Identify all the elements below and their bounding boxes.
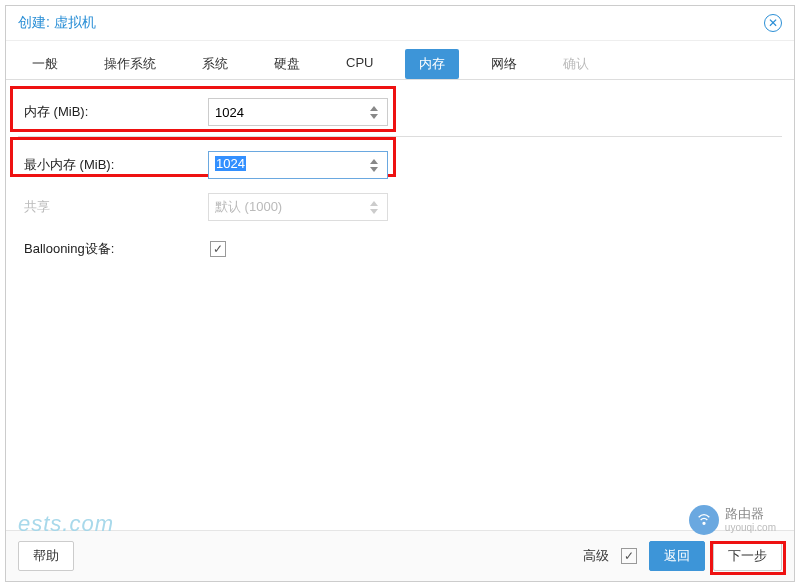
label-ballooning: Ballooning设备: <box>18 240 208 258</box>
advanced-checkbox[interactable] <box>621 548 637 564</box>
router-icon <box>689 505 719 535</box>
tab-cpu[interactable]: CPU <box>332 49 387 79</box>
svg-point-0 <box>703 522 705 524</box>
label-memory: 内存 (MiB): <box>18 103 208 121</box>
shares-input <box>208 193 388 221</box>
label-shares: 共享 <box>18 198 208 216</box>
memory-input[interactable] <box>208 98 388 126</box>
min-memory-stepper[interactable] <box>370 153 384 177</box>
dialog-footer: 帮助 高级 返回 下一步 <box>6 530 794 581</box>
tab-confirm: 确认 <box>549 49 603 79</box>
help-button[interactable]: 帮助 <box>18 541 74 571</box>
chevron-up-icon[interactable] <box>370 159 378 164</box>
tab-general[interactable]: 一般 <box>18 49 72 79</box>
row-ballooning: Ballooning设备: <box>18 231 782 267</box>
row-memory: 内存 (MiB): <box>18 94 782 130</box>
watermark-sub: uyouqi.com <box>725 522 776 533</box>
ballooning-checkbox[interactable] <box>210 241 226 257</box>
memory-field[interactable] <box>208 98 388 126</box>
memory-stepper[interactable] <box>370 100 384 124</box>
label-min-memory: 最小内存 (MiB): <box>18 156 208 174</box>
dialog-header: 创建: 虚拟机 ✕ <box>6 6 794 41</box>
min-memory-field[interactable]: 1024 <box>208 151 388 179</box>
chevron-up-icon[interactable] <box>370 106 378 111</box>
shares-field <box>208 193 388 221</box>
advanced-label: 高级 <box>583 547 609 565</box>
shares-stepper <box>370 195 384 219</box>
chevron-up-icon <box>370 201 378 206</box>
chevron-down-icon <box>370 209 378 214</box>
tab-disk[interactable]: 硬盘 <box>260 49 314 79</box>
back-button[interactable]: 返回 <box>649 541 705 571</box>
form-panel: 内存 (MiB): 最小内存 (MiB): 1024 <box>6 80 794 530</box>
chevron-down-icon[interactable] <box>370 167 378 172</box>
create-vm-dialog: 创建: 虚拟机 ✕ 一般 操作系统 系统 硬盘 CPU 内存 网络 确认 内存 … <box>5 5 795 582</box>
tab-os[interactable]: 操作系统 <box>90 49 170 79</box>
tab-system[interactable]: 系统 <box>188 49 242 79</box>
watermark-right: 路由器 uyouqi.com <box>689 505 776 535</box>
row-shares: 共享 <box>18 189 782 225</box>
row-min-memory: 最小内存 (MiB): 1024 <box>18 147 782 183</box>
close-icon[interactable]: ✕ <box>764 14 782 32</box>
dialog-title: 创建: 虚拟机 <box>18 14 96 32</box>
watermark-left: ests.com <box>18 511 114 537</box>
tab-memory[interactable]: 内存 <box>405 49 459 79</box>
chevron-down-icon[interactable] <box>370 114 378 119</box>
watermark-text: 路由器 <box>725 507 776 521</box>
tab-network[interactable]: 网络 <box>477 49 531 79</box>
divider <box>18 136 782 137</box>
next-button[interactable]: 下一步 <box>713 541 782 571</box>
min-memory-value: 1024 <box>215 156 246 171</box>
tab-bar: 一般 操作系统 系统 硬盘 CPU 内存 网络 确认 <box>6 41 794 80</box>
